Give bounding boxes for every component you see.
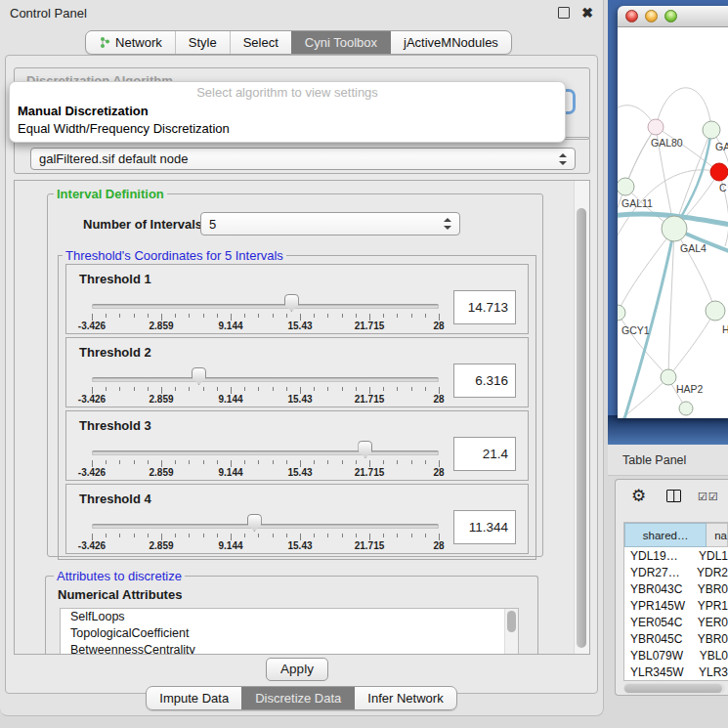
table-data-selected: galFiltered.sif default node	[39, 151, 188, 166]
slider-track[interactable]	[92, 450, 439, 455]
tab-label: Infer Network	[367, 691, 443, 706]
network-edge-highlighted[interactable]	[623, 229, 674, 418]
minimize-traffic-light[interactable]	[645, 10, 658, 22]
network-node-gal80[interactable]	[648, 119, 664, 135]
close-icon[interactable]: ✖	[581, 8, 593, 18]
network-graph: GAL80GACGAL11GAL4GCY1HHAP2	[618, 27, 728, 418]
tick-mark	[327, 534, 328, 537]
tick-mark	[356, 460, 357, 464]
network-node-c[interactable]	[710, 163, 728, 181]
gear-icon[interactable]: ⚙	[631, 488, 646, 504]
option-manual-discretization[interactable]: Manual Discretization	[18, 104, 149, 118]
network-edge[interactable]	[618, 313, 668, 377]
list-scrollbar-thumb[interactable]	[507, 611, 516, 632]
threshold-value-field[interactable]: 11.344	[453, 510, 516, 544]
horizontal-scrollbar[interactable]	[623, 683, 725, 694]
tab-infer-network[interactable]: Infer Network	[354, 687, 455, 709]
vertical-scrollbar[interactable]	[574, 181, 589, 654]
tick-mark	[92, 387, 93, 394]
attribute-item[interactable]: TopologicalCoefficient	[61, 625, 518, 642]
close-traffic-light[interactable]	[625, 10, 638, 22]
threshold-panel: Threshold 1 -3.4262.8599.14415.4321.7152…	[65, 264, 529, 334]
slider-track[interactable]	[92, 377, 439, 382]
tick-mark	[148, 387, 149, 391]
network-node-ga[interactable]	[703, 121, 720, 139]
network-node-gal4[interactable]	[662, 216, 687, 241]
tab-style[interactable]: Style	[175, 31, 230, 54]
table-row[interactable]: YBR045CYBR0	[624, 630, 728, 647]
threshold-value-field[interactable]: 6.316	[453, 364, 516, 398]
table-row[interactable]: YPR145WYPR1	[624, 597, 728, 614]
tick-mark	[231, 314, 232, 321]
zoom-traffic-light[interactable]	[664, 10, 677, 22]
bottom-tab-bar: Impute DataDiscretize DataInfer Network	[0, 686, 603, 710]
slider-thumb[interactable]	[358, 441, 372, 458]
vertical-scrollbar-thumb[interactable]	[577, 208, 586, 648]
network-edge[interactable]	[656, 88, 711, 130]
tick-mark	[106, 387, 107, 391]
horizontal-scrollbar-thumb[interactable]	[624, 684, 722, 693]
table-row[interactable]: YER054CYER0	[624, 614, 728, 630]
numerical-attributes-list[interactable]: SelfLoopsTopologicalCoefficientBetweenne…	[60, 608, 519, 655]
axis-tick-label: 9.144	[218, 394, 242, 405]
table-row[interactable]: YBL079WYBL0	[624, 647, 728, 664]
list-scrollbar[interactable]	[504, 609, 518, 654]
attribute-item[interactable]: SelfLoops	[61, 609, 518, 625]
column-header-name[interactable]: na	[707, 523, 728, 547]
table-row[interactable]: YDR27…YDR2	[624, 564, 728, 580]
network-edge[interactable]	[674, 229, 715, 311]
table-data-combobox[interactable]: galFiltered.sif default node	[30, 148, 576, 170]
threshold-value-field[interactable]: 14.713	[453, 290, 516, 324]
table-row[interactable]: YBR043CYBR0	[624, 580, 728, 597]
axis-tick-label: 2.859	[149, 394, 173, 405]
axis-tick-label: 28	[433, 394, 444, 405]
column-header-shared-name[interactable]: shared…	[624, 523, 707, 547]
network-canvas[interactable]: GAL80GACGAL11GAL4GCY1HHAP2	[618, 27, 728, 418]
network-window-titlebar[interactable]	[618, 6, 728, 27]
slider-track[interactable]	[92, 524, 439, 529]
tick-mark	[203, 460, 204, 464]
axis-tick-label: 15.43	[287, 540, 312, 551]
axis-tick-label: -3.426	[78, 540, 106, 551]
network-node-gcy1[interactable]	[618, 305, 625, 321]
tab-label: Impute Data	[159, 691, 229, 706]
network-node-hap2[interactable]	[661, 369, 676, 385]
table-row[interactable]: YLR345WYLR3	[624, 664, 728, 680]
network-edge[interactable]	[668, 311, 715, 377]
number-of-intervals-combobox[interactable]: 5	[200, 212, 460, 236]
slider-thumb[interactable]	[284, 294, 299, 312]
split-columns-icon[interactable]	[666, 490, 681, 502]
tab-impute-data[interactable]: Impute Data	[147, 687, 241, 709]
tab-network[interactable]: Network	[86, 31, 175, 54]
slider-track[interactable]	[92, 304, 439, 309]
attribute-item[interactable]: BetweennessCentrality	[61, 642, 518, 655]
tick-mark	[397, 460, 398, 464]
tab-cyni-toolbox[interactable]: Cyni Toolbox	[291, 31, 390, 54]
table-panel-title: Table Panel	[622, 453, 686, 467]
slider-thumb[interactable]	[247, 514, 262, 532]
cell-shared-name: YBR043C	[624, 582, 691, 596]
select-columns-checkboxes-icon[interactable]: ☑☑	[698, 491, 719, 503]
tick-mark	[286, 534, 287, 537]
tab-select[interactable]: Select	[230, 31, 291, 54]
tab-discretize-data[interactable]: Discretize Data	[241, 687, 354, 709]
network-node-h[interactable]	[706, 301, 725, 321]
axis-tick-label: 28	[433, 321, 444, 331]
network-node-gal11[interactable]	[618, 178, 634, 195]
threshold-value-field[interactable]: 21.4	[453, 437, 516, 471]
tick-mark	[383, 460, 384, 464]
tick-mark	[439, 534, 440, 540]
network-node[interactable]	[679, 402, 693, 415]
cell-shared-name: YLR345W	[624, 665, 692, 679]
tick-mark	[300, 460, 301, 467]
option-equal-width-frequency[interactable]: Equal Width/Frequency Discretization	[18, 121, 230, 136]
node-label: GAL4	[680, 242, 707, 254]
table-row[interactable]: YIL052CYIL0	[624, 680, 728, 681]
tab-jactivemnodules[interactable]: jActiveMNodules	[390, 31, 511, 54]
apply-button[interactable]: Apply	[266, 658, 328, 681]
table-row[interactable]: YDL19…YDL1	[624, 547, 728, 564]
slider-thumb[interactable]	[192, 367, 206, 385]
tick-mark	[356, 534, 357, 537]
cell-shared-name: YPR145W	[624, 599, 691, 613]
float-window-icon[interactable]	[558, 7, 570, 19]
